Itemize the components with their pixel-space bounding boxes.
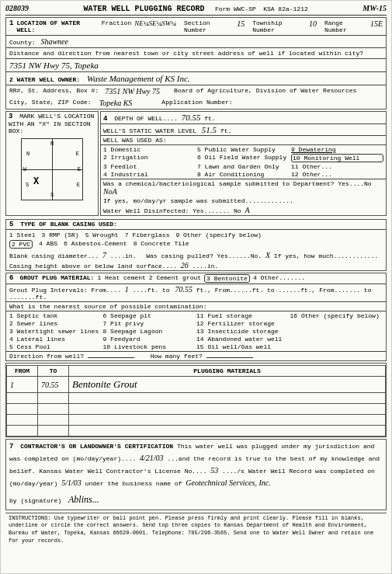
- distance-value: 7351 NW Hwy 75, Topeka: [9, 61, 99, 70]
- owner-value: Waste Management of KS Inc.: [87, 74, 190, 83]
- table-row: [7, 426, 386, 437]
- page: 028039 WATER WELL PLUGGING RECORD Form W…: [0, 0, 392, 574]
- col-materials: PLUGGING MATERIALS: [69, 366, 386, 377]
- casing-3: 3 RMP (SR): [42, 231, 79, 238]
- depth-unit: ft.: [204, 115, 215, 122]
- src-9: 9 Feedyard: [103, 336, 196, 343]
- grid-container: N S W E N E S E X: [6, 135, 98, 204]
- src-14: 14 Abandoned water well: [196, 336, 290, 343]
- src-11: 11 Fuel storage: [196, 312, 290, 319]
- ifyes-label: If yes, mo/day/yr sample was submitted..…: [103, 197, 293, 204]
- row1-from: 1: [7, 377, 38, 393]
- section1-title: LOCATION OF WATER WELL:: [16, 19, 98, 33]
- diameter-row: Blank casing diameter... 7 ....in. Was c…: [6, 250, 386, 260]
- col-from: FROM: [7, 366, 38, 377]
- casing-6: 6 Asbestos-Cement: [64, 240, 127, 249]
- static-value: 51.5: [202, 125, 217, 134]
- src-5: 5 Cess Pool: [9, 343, 102, 350]
- cert-text4: under the business name of: [85, 480, 182, 487]
- county-row: County: Shawnee: [6, 36, 386, 48]
- diameter-value: 7: [102, 251, 106, 259]
- src-1: 1 Septic tank: [9, 312, 102, 319]
- how-many-label: How many feet?: [151, 353, 203, 360]
- location-grid: N S W E N E S E X: [21, 138, 83, 200]
- section1: 1 LOCATION OF WATER WELL: Fraction NE¼SE…: [5, 17, 387, 110]
- distance-row: Distance and direction from nearest town…: [6, 48, 386, 59]
- from1: 1: [125, 285, 129, 294]
- section1-header: 1 LOCATION OF WATER WELL: Fraction NE¼SE…: [6, 18, 386, 36]
- to1: 70.55: [175, 285, 193, 294]
- city-value: Topeka KS: [99, 99, 133, 107]
- source-label: What is the nearest source of possible c…: [9, 303, 206, 310]
- section5-title: TYPE OF BLANK CASING USED:: [20, 221, 117, 228]
- section6: 6 GROUT PLUG MATERIAL: 1 Heat cement 2 C…: [5, 273, 387, 361]
- board-label: Board of Agriculture, Division of Water …: [174, 87, 356, 96]
- city-row: City, State, ZIP Code: Topeka KS Applica…: [6, 97, 386, 109]
- casing-options-2: 2 PVC 4 ABS 6 Asbestos-Cement 8 Concrete…: [6, 240, 386, 250]
- instructions: INSTRUCTIONS: Use typewriter or ball poi…: [5, 513, 387, 547]
- county-label: County:: [9, 39, 36, 46]
- township-value: 10: [309, 19, 317, 33]
- section4-header: 4 DEPTH OF WELL.... 70.55 ft.: [101, 112, 386, 124]
- uses-grid: 1 Domestic 5 Public Water Supply 9 Dewat…: [101, 145, 386, 179]
- static-unit: ft.: [220, 127, 231, 134]
- distance-label: Distance and direction from nearest town…: [9, 50, 363, 57]
- height-unit: ....in.: [193, 263, 219, 270]
- use-1: 1 Domestic: [103, 146, 196, 153]
- static-row: WELL'S STATIC WATER LEVEL 51.5 ft.: [101, 124, 386, 136]
- app-label: Application Number:: [161, 99, 232, 107]
- src-3: 3 Watertight sewer lines: [9, 328, 102, 335]
- city-label: City, State, ZIP Code:: [9, 99, 92, 107]
- uses-list: 1 Domestic 5 Public Water Supply 9 Dewat…: [103, 146, 383, 178]
- address-value: 7351 NW Hwy 75: [105, 87, 160, 96]
- depth-label: DEPTH OF WELL....: [114, 115, 178, 122]
- instructions-text: INSTRUCTIONS: Use typewriter or ball poi…: [9, 515, 373, 544]
- grid-n: N: [50, 141, 54, 147]
- header: 028039 WATER WELL PLUGGING RECORD Form W…: [5, 4, 387, 16]
- height-label: Casing height above or below land surfac…: [9, 263, 177, 270]
- section5: 5 TYPE OF BLANK CASING USED: 1 Steel 3 R…: [5, 219, 387, 271]
- bacteria-row: Was a chemical/bacteriological sample su…: [101, 179, 386, 197]
- table-row: [7, 404, 386, 415]
- grid-e: E: [78, 166, 81, 172]
- ifyes-row: If yes, mo/day/yr sample was submitted..…: [101, 197, 386, 205]
- sources-grid: 1 Septic tank 6 Seepage pit 11 Fuel stor…: [6, 311, 386, 352]
- completed-date: 4/21/03: [140, 454, 164, 462]
- certification-area: 7 CONTRACTOR'S OR LANDOWNER'S CERTIFICAT…: [6, 440, 386, 510]
- pulled-suffix: If yes, how much............: [274, 252, 378, 259]
- casing-4: 4 ABS: [39, 240, 57, 249]
- disinfected-value: A: [245, 206, 249, 214]
- record-date: 5/1/03: [61, 478, 82, 487]
- section3-header: 3 MARK WELL'S LOCATION WITH AN "X" IN SE…: [6, 112, 98, 135]
- src-8: 8 Seepage Lagoon: [103, 328, 196, 335]
- disinfected-row: Water Well Disinfected: Yes....... No A: [101, 205, 386, 215]
- fraction-label: Fraction: [102, 19, 131, 33]
- use-5: 5 Public Water Supply: [197, 146, 290, 153]
- diameter-unit: ....in.: [110, 252, 137, 259]
- section-number-value: 15: [237, 19, 245, 33]
- grid-sw: S: [26, 182, 29, 188]
- static-label: WELL'S STATIC WATER LEVEL: [103, 127, 196, 134]
- table-row: [7, 393, 386, 404]
- casing-2: 2 PVC: [9, 240, 33, 249]
- height-value: 26: [181, 261, 189, 270]
- township-label: Township Number: [252, 19, 306, 33]
- section3-title: MARK WELL'S LOCATION WITH AN "X" IN SECT…: [9, 113, 94, 134]
- use-2: 2 Irrigation: [103, 154, 196, 162]
- section6-title: GROUT PLUG MATERIAL:: [19, 274, 94, 283]
- src-4: 4 Lateral lines: [9, 336, 102, 343]
- casing-9: 9 Other (specify below): [175, 231, 261, 238]
- distance-value-row: 7351 NW Hwy 75, Topeka: [6, 59, 386, 72]
- use-7: 7 Lawn and Garden Only: [197, 163, 290, 170]
- grout-1: 1 Heat cement: [97, 274, 145, 283]
- bacteria-value: NoA: [103, 187, 117, 196]
- src-13: 13 Insecticide storage: [196, 328, 290, 335]
- signature-row: by (signature) Ablins...: [9, 492, 383, 507]
- bacteria-label: Was a chemical/bacteriological sample su…: [103, 180, 372, 187]
- grout-2: 2 Cement grout: [149, 274, 201, 283]
- diameter-label: Blank casing diameter...: [9, 252, 99, 259]
- form-number: Form WWC-SP: [215, 5, 256, 12]
- signature: Ablins...: [68, 494, 99, 505]
- src-7: 7 Pit privy: [103, 320, 196, 327]
- ks-number: KSA 82a-1212: [263, 5, 308, 12]
